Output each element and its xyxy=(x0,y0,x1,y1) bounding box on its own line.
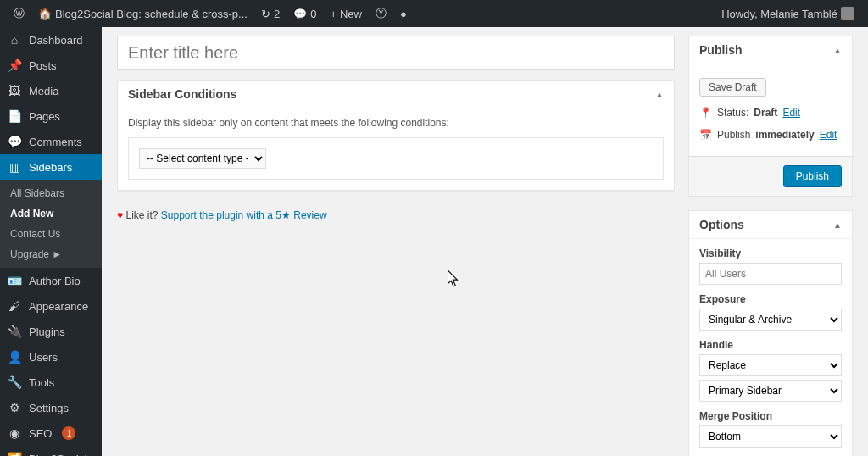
seo-badge: 1 xyxy=(62,426,75,440)
menu-sidebars[interactable]: ▥Sidebars xyxy=(0,154,102,180)
condition-intro: Display this sidebar only on content tha… xyxy=(128,117,664,129)
menu-pages[interactable]: 📄Pages xyxy=(0,103,102,129)
menu-dashboard[interactable]: ⌂Dashboard xyxy=(0,27,102,53)
my-account[interactable]: Howdy, Melanie Tamblé xyxy=(715,0,861,27)
menu-author-bio[interactable]: 🪪Author Bio xyxy=(0,268,102,293)
seo-icon: ◉ xyxy=(7,426,22,440)
menu-users[interactable]: 👤Users xyxy=(0,344,102,370)
handle-target-select[interactable]: Primary Sidebar xyxy=(699,380,842,402)
submenu-contact[interactable]: Contact Us xyxy=(0,224,102,244)
sidebar-conditions-header[interactable]: Sidebar Conditions ▲ xyxy=(118,81,674,108)
admin-bar: ⓦ 🏠Blog2Social Blog: schedule & cross-p.… xyxy=(0,0,868,27)
submenu-all[interactable]: All Sidebars xyxy=(0,183,102,203)
publish-when-label: Publish xyxy=(717,129,750,141)
plug-icon: 🔌 xyxy=(7,325,22,338)
content-type-select[interactable]: -- Select content type -- xyxy=(139,148,266,169)
publish-title: Publish xyxy=(699,43,743,57)
merge-select[interactable]: Bottom xyxy=(699,425,842,448)
review-link[interactable]: Support the plugin with a 5★ Review xyxy=(161,209,327,221)
menu-plugins[interactable]: 🔌Plugins xyxy=(0,319,102,344)
status-edit[interactable]: Edit xyxy=(782,107,800,119)
site-name[interactable]: 🏠Blog2Social Blog: schedule & cross-p... xyxy=(31,0,254,27)
wp-logo[interactable]: ⓦ xyxy=(7,0,31,27)
home-icon: 🏠 xyxy=(38,8,52,20)
visibility-label: Visibility xyxy=(699,247,842,259)
publish-button[interactable]: Publish xyxy=(783,165,842,187)
user-icon: 👤 xyxy=(7,350,22,364)
avatar-icon xyxy=(841,7,854,20)
refresh-icon: ↻ xyxy=(261,8,270,20)
menu-posts[interactable]: 📌Posts xyxy=(0,53,102,78)
chevron-up-icon[interactable]: ▲ xyxy=(833,46,842,55)
menu-seo[interactable]: ◉SEO1 xyxy=(0,420,102,446)
chevron-up-icon[interactable]: ▲ xyxy=(833,220,842,230)
key-icon: 📍 xyxy=(699,107,712,119)
status-label: Status: xyxy=(717,107,748,119)
menu-media[interactable]: 🖼Media xyxy=(0,78,102,103)
title-input[interactable] xyxy=(117,36,675,70)
calendar-icon: 📅 xyxy=(699,129,712,141)
sidebars-icon: ▥ xyxy=(7,160,22,174)
media-icon: 🖼 xyxy=(7,84,22,97)
status-dot[interactable]: ● xyxy=(393,0,414,27)
comment-icon: 💬 xyxy=(7,135,22,148)
comments-bubble[interactable]: 💬0 xyxy=(287,0,323,27)
page-icon: 📄 xyxy=(7,109,22,123)
visibility-input[interactable] xyxy=(699,263,842,285)
submenu-upgrade[interactable]: Upgrade ► xyxy=(0,244,102,264)
menu-blog2social[interactable]: 🔁Blog2Social xyxy=(0,446,102,456)
menu-settings[interactable]: ⚙Settings xyxy=(0,395,102,420)
options-header[interactable]: Options ▲ xyxy=(689,211,852,239)
options-title: Options xyxy=(699,218,744,231)
submenu-add-new[interactable]: Add New xyxy=(0,203,102,224)
pin-icon: 📌 xyxy=(7,58,22,72)
save-draft-button[interactable]: Save Draft xyxy=(699,78,766,97)
sidebars-submenu: All Sidebars Add New Contact Us Upgrade … xyxy=(0,180,102,268)
dashboard-icon: ⌂ xyxy=(7,33,22,47)
comment-icon: 💬 xyxy=(293,8,307,20)
wrench-icon: 🔧 xyxy=(7,375,22,389)
updates[interactable]: ↻2 xyxy=(254,0,287,27)
wordpress-icon: ⓦ xyxy=(14,6,25,21)
menu-appearance[interactable]: 🖌Appearance xyxy=(0,293,102,319)
publish-header[interactable]: Publish ▲ xyxy=(689,36,852,64)
handle-label: Handle xyxy=(699,339,842,351)
panel-title: Sidebar Conditions xyxy=(128,87,236,101)
menu-comments[interactable]: 💬Comments xyxy=(0,129,102,154)
review-prompt: ♥ Like it? Support the plugin with a 5★ … xyxy=(117,204,675,226)
admin-menu: ⌂Dashboard 📌Posts 🖼Media 📄Pages 💬Comment… xyxy=(0,27,102,456)
exposure-select[interactable]: Singular & Archive xyxy=(699,309,842,331)
brush-icon: 🖌 xyxy=(7,299,22,313)
publish-when-edit[interactable]: Edit xyxy=(820,129,837,141)
heart-icon: ♥ xyxy=(117,209,123,221)
yoast-indicator[interactable]: Ⓨ xyxy=(369,0,393,27)
share-icon: 🔁 xyxy=(7,452,22,456)
handle-action-select[interactable]: Replace xyxy=(699,354,842,376)
yoast-icon: Ⓨ xyxy=(376,6,387,21)
exposure-label: Exposure xyxy=(699,293,842,305)
status-value: Draft xyxy=(754,107,777,119)
settings-icon: ⚙ xyxy=(7,401,22,414)
menu-tools[interactable]: 🔧Tools xyxy=(0,370,102,395)
chevron-up-icon[interactable]: ▲ xyxy=(655,90,664,99)
merge-label: Merge Position xyxy=(699,410,842,422)
publish-when-value: immediately xyxy=(755,129,814,141)
content-area: Sidebar Conditions ▲ Display this sideba… xyxy=(102,27,868,456)
new-content[interactable]: +New xyxy=(323,0,369,27)
plus-icon: + xyxy=(330,8,337,20)
id-icon: 🪪 xyxy=(7,274,22,287)
